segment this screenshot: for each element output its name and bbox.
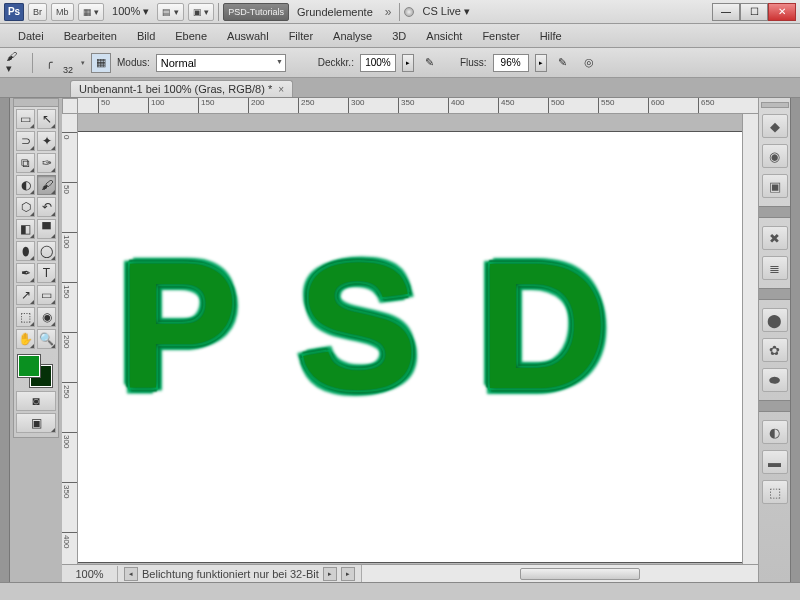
window-maximize-button[interactable]: ☐	[740, 3, 768, 21]
document-tab[interactable]: Unbenannt-1 bei 100% (Gras, RGB/8) * ×	[70, 80, 293, 97]
airbrush-icon[interactable]: ✎	[553, 53, 573, 73]
opacity-pressure-icon[interactable]: ✎	[420, 53, 440, 73]
brush-panel-toggle[interactable]: ▦	[91, 53, 111, 73]
horizontal-scrollbar[interactable]	[361, 565, 758, 582]
status-next-button[interactable]: ▸	[323, 567, 337, 581]
history-brush-tool[interactable]: ↶	[37, 197, 56, 217]
mode-label: Modus:	[117, 57, 150, 68]
ruler-origin[interactable]	[62, 98, 78, 114]
paths-panel-icon[interactable]: ⬚	[762, 480, 788, 504]
vertical-scrollbar[interactable]	[742, 114, 758, 564]
eraser-tool[interactable]: ◧	[16, 219, 35, 239]
flow-field[interactable]: 96%	[493, 54, 529, 72]
menu-bar: Datei Bearbeiten Bild Ebene Auswahl Filt…	[0, 24, 800, 48]
left-dock-strip	[0, 98, 10, 582]
shape-tool[interactable]: ▭	[37, 285, 56, 305]
blend-mode-dropdown[interactable]: Normal▼	[156, 54, 286, 72]
workspace-more-chevron[interactable]: »	[381, 5, 396, 19]
window-minimize-button[interactable]: —	[712, 3, 740, 21]
cs-live-button[interactable]: CS Live ▾	[418, 5, 474, 18]
workspace-other-button[interactable]: Grundelemente	[293, 6, 377, 18]
minibridge-button[interactable]: Mb	[51, 3, 74, 21]
type-tool[interactable]: T	[37, 263, 56, 283]
brush-panel-icon[interactable]: ✖	[762, 226, 788, 250]
color-swatches[interactable]	[16, 353, 58, 387]
menu-ebene[interactable]: Ebene	[165, 26, 217, 46]
status-prev-button[interactable]: ◂	[124, 567, 138, 581]
status-menu-button[interactable]: ▸	[341, 567, 355, 581]
canvas-viewport[interactable]: PSD	[78, 114, 742, 564]
swatches-panel-icon[interactable]: ◉	[762, 144, 788, 168]
quick-mask-toggle[interactable]: ◙	[16, 391, 56, 411]
brush-preview-icon[interactable]: ╭	[39, 53, 59, 73]
spot-healing-tool[interactable]: ◐	[16, 175, 35, 195]
flow-label: Fluss:	[460, 57, 487, 68]
menu-fenster[interactable]: Fenster	[472, 26, 529, 46]
document-tab-bar: Unbenannt-1 bei 100% (Gras, RGB/8) * ×	[0, 78, 800, 98]
hand-tool[interactable]: ✋	[16, 329, 35, 349]
horizontal-ruler[interactable]: 50 100 150 200 250 300 350 400 450 500 5…	[78, 98, 758, 114]
screen-mode-button[interactable]: ▣ ▾	[188, 3, 215, 21]
crop-tool[interactable]: ⧉	[16, 153, 35, 173]
opacity-flyout-button[interactable]: ▸	[402, 54, 414, 72]
panel-strip-grip[interactable]	[761, 102, 789, 108]
eyedropper-tool[interactable]: ✑	[37, 153, 56, 173]
channels-panel-icon[interactable]: ▬	[762, 450, 788, 474]
3d-camera-tool[interactable]: ◉	[37, 307, 56, 327]
menu-datei[interactable]: Datei	[8, 26, 54, 46]
flow-flyout-button[interactable]: ▸	[535, 54, 547, 72]
menu-filter[interactable]: Filter	[279, 26, 323, 46]
clone-stamp-tool[interactable]: ⬡	[16, 197, 35, 217]
layers-panel-icon[interactable]: ◐	[762, 420, 788, 444]
brush-tool[interactable]: 🖌	[37, 175, 56, 195]
dodge-tool[interactable]: ◯	[37, 241, 56, 261]
window-close-button[interactable]: ✕	[768, 3, 796, 21]
3d-tool[interactable]: ⬚	[16, 307, 35, 327]
window-status-bar	[0, 582, 800, 600]
toolbox-grip[interactable]	[14, 99, 58, 107]
opacity-label: Deckkr.:	[318, 57, 354, 68]
brush-size-label: 32	[63, 65, 73, 75]
menu-bearbeiten[interactable]: Bearbeiten	[54, 26, 127, 46]
move-tool[interactable]: ▭	[16, 109, 35, 129]
title-bar: Ps Br Mb ▦ ▾ 100% ▾ ▤ ▾ ▣ ▾ PSD-Tutorial…	[0, 0, 800, 24]
path-selection-tool[interactable]: ↗	[16, 285, 35, 305]
foreground-color-swatch[interactable]	[18, 355, 40, 377]
menu-hilfe[interactable]: Hilfe	[530, 26, 572, 46]
color-panel-icon[interactable]: ◆	[762, 114, 788, 138]
masks-panel-icon[interactable]: ✿	[762, 338, 788, 362]
clone-source-panel-icon[interactable]: ≣	[762, 256, 788, 280]
blur-tool[interactable]: ⬮	[16, 241, 35, 261]
workspace-active-button[interactable]: PSD-Tutorials	[223, 3, 289, 21]
paragraph-panel-icon[interactable]: ⬬	[762, 368, 788, 392]
menu-analyse[interactable]: Analyse	[323, 26, 382, 46]
lasso-tool[interactable]: ⊃	[16, 131, 35, 151]
zoom-level-dropdown[interactable]: 100% ▾	[108, 5, 153, 18]
gradient-tool[interactable]: ▀	[37, 219, 56, 239]
magic-wand-tool[interactable]: ✦	[37, 131, 56, 151]
menu-3d[interactable]: 3D	[382, 26, 416, 46]
marquee-tool[interactable]: ↖	[37, 109, 56, 129]
arrange-documents-button[interactable]: ▤ ▾	[157, 3, 184, 21]
bridge-button[interactable]: Br	[28, 3, 47, 21]
menu-ansicht[interactable]: Ansicht	[416, 26, 472, 46]
zoom-percent-field[interactable]: 100%	[62, 566, 118, 582]
pen-tool[interactable]: ✒	[16, 263, 35, 283]
tool-preset-picker[interactable]: 🖌 ▾	[6, 53, 26, 73]
document-tab-close-icon[interactable]: ×	[278, 84, 284, 95]
options-bar: 🖌 ▾ ╭ 32 ▾ ▦ Modus: Normal▼ Deckkr.: 100…	[0, 48, 800, 78]
opacity-field[interactable]: 100%	[360, 54, 396, 72]
styles-panel-icon[interactable]: ▣	[762, 174, 788, 198]
zoom-tool[interactable]: 🔍	[37, 329, 56, 349]
menu-auswahl[interactable]: Auswahl	[217, 26, 279, 46]
horizontal-scroll-thumb[interactable]	[520, 568, 640, 580]
vertical-ruler[interactable]: 0 50 100 150 200 250 300 350 400	[62, 114, 78, 564]
view-extras-button[interactable]: ▦ ▾	[78, 3, 105, 21]
menu-bild[interactable]: Bild	[127, 26, 165, 46]
adjustments-panel-icon[interactable]: ⬤	[762, 308, 788, 332]
toolbox: ▭ ↖ ⊃ ✦ ⧉ ✑ ◐ 🖌 ⬡ ↶ ◧ ▀ ⬮ ◯ ✒ T	[13, 98, 59, 438]
screen-mode-toggle[interactable]: ▣	[16, 413, 56, 433]
tablet-pressure-icon[interactable]: ◎	[579, 53, 599, 73]
canvas[interactable]: PSD	[78, 132, 742, 562]
right-panel-dock: ◆ ◉ ▣ ✖ ≣ ⬤ ✿ ⬬ ◐ ▬ ⬚	[758, 98, 790, 582]
